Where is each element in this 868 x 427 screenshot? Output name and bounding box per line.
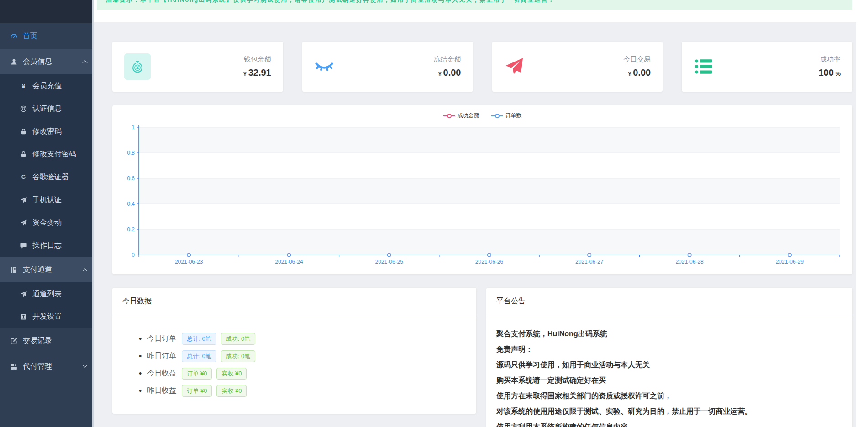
stat-card-title: 今日交易: [623, 55, 651, 64]
status-badge: 成功: 0笔: [221, 333, 255, 345]
sidebar-item-label: 会员信息: [23, 57, 52, 67]
svg-text:2021-06-27: 2021-06-27: [575, 259, 604, 265]
sidebar-item-dev-settings[interactable]: 开发设置: [0, 305, 94, 328]
sidebar-item-label: 交易记录: [23, 336, 52, 346]
svg-text:2021-06-29: 2021-06-29: [776, 259, 804, 265]
sidebar-item-google-authenticator[interactable]: G谷歌验证器: [0, 166, 94, 188]
sidebar-item-label: 首页: [23, 31, 37, 41]
today-data-row: •今日订单总计: 0笔成功: 0笔: [139, 333, 476, 345]
stat-card-value: 100 %: [818, 68, 841, 78]
legend-marker-icon: [443, 114, 455, 118]
sidebar-item-home[interactable]: 首页: [0, 23, 94, 49]
sidebar-item-member-info[interactable]: 会员信息: [0, 49, 94, 74]
lock-icon: [18, 151, 28, 158]
sidebar-item-label: 支付通道: [23, 265, 52, 275]
legend-marker-icon: [491, 114, 503, 118]
sidebar-item-change-password[interactable]: 修改密码: [0, 120, 94, 143]
today-row-label: 今日订单: [147, 334, 176, 344]
svg-text:0.2: 0.2: [127, 226, 135, 233]
today-data-row: •今日收益订单 ¥0实收 ¥0: [139, 367, 476, 380]
status-badge: 订单 ¥0: [182, 385, 212, 397]
notice-banner: 温馨提示：本平台【HuiNong出码系统】仅供学习测试使用，请各位用户测试确定好…: [97, 0, 852, 10]
stat-card-today-transactions: 今日交易¥ 0.00: [492, 42, 663, 92]
chevron-up-icon: [82, 268, 87, 273]
status-badge: 实收 ¥0: [216, 368, 247, 380]
svg-text:0: 0: [132, 252, 135, 258]
sidebar-item-label: 认证信息: [32, 104, 62, 114]
legend-item[interactable]: 订单数: [491, 112, 522, 120]
sidebar-item-transaction-records[interactable]: 交易记录: [0, 328, 94, 354]
svg-text:0.4: 0.4: [127, 201, 135, 207]
bullet-icon: •: [139, 352, 142, 360]
sidebar: 首页会员信息¥会员充值认证信息修改密码修改支付密码G谷歌验证器手机认证资金变动操…: [0, 0, 94, 427]
status-badge: 订单 ¥0: [182, 368, 212, 380]
stat-card-value: ¥ 0.00: [434, 68, 461, 78]
comment-icon: [18, 242, 28, 250]
sidebar-item-fund-changes[interactable]: 资金变动: [0, 211, 94, 234]
id-icon: [18, 105, 28, 113]
money-bag-icon: ¥: [124, 53, 151, 80]
status-badge: 总计: 0笔: [182, 333, 216, 345]
grid-icon: [9, 363, 19, 370]
send-icon: [18, 196, 28, 204]
bullet-icon: •: [139, 370, 142, 378]
svg-text:2021-06-23: 2021-06-23: [175, 259, 203, 265]
announcement-line: 聚合支付系统，HuiNong出码系统: [496, 326, 842, 342]
sidebar-item-operation-log[interactable]: 操作日志: [0, 234, 94, 257]
bullet-icon: •: [139, 387, 142, 395]
yen-icon: ¥: [18, 82, 28, 90]
chart-legend: 成功金额订单数: [112, 112, 852, 120]
send-icon: [18, 219, 28, 227]
status-badge: 成功: 0笔: [221, 350, 255, 362]
sidebar-item-label: 开发设置: [32, 312, 62, 322]
stat-card-wallet-balance: ¥钱包余额¥ 32.91: [112, 42, 283, 92]
sidebar-item-change-pay-password[interactable]: 修改支付密码: [0, 143, 94, 166]
chevron-down-icon: [82, 363, 87, 368]
content: ¥钱包余额¥ 32.91冻结金额¥ 0.00今日交易¥ 0.00成功率100 %…: [94, 22, 856, 427]
announcement-line: 对该系统的使用用途仅限于测试、实验、研究为目的，禁止用于一切商业运营。: [496, 404, 842, 419]
today-data-row: •昨日收益订单 ¥0实收 ¥0: [139, 385, 476, 397]
orders-chart-card: 成功金额订单数 00.20.40.60.812021-06-232021-06-…: [112, 105, 852, 274]
svg-text:1: 1: [132, 124, 135, 130]
sidebar-item-label: 资金变动: [32, 218, 62, 228]
lock-icon: [18, 128, 28, 135]
stat-card-text: 成功率100 %: [818, 55, 841, 78]
svg-text:0.6: 0.6: [127, 175, 135, 182]
stat-card-text: 钱包余额¥ 32.91: [243, 55, 271, 78]
app-root: 首页会员信息¥会员充值认证信息修改密码修改支付密码G谷歌验证器手机认证资金变动操…: [0, 0, 868, 427]
sidebar-item-channel-list[interactable]: 通道列表: [0, 282, 94, 305]
svg-text:2021-06-26: 2021-06-26: [475, 259, 504, 265]
sidebar-scrollbar[interactable]: [92, 0, 94, 427]
stat-card-text: 冻结金额¥ 0.00: [434, 55, 461, 78]
page-scroll-gutter[interactable]: [856, 0, 868, 427]
sidebar-item-payment-channel[interactable]: 支付通道: [0, 257, 94, 282]
sidebar-menu: 首页会员信息¥会员充值认证信息修改密码修改支付密码G谷歌验证器手机认证资金变动操…: [0, 23, 94, 379]
send-icon: [18, 290, 28, 298]
status-badge: 总计: 0笔: [182, 350, 216, 362]
announcement-title: 平台公告: [486, 288, 852, 315]
legend-item[interactable]: 成功金额: [443, 112, 479, 120]
announcement-line: 使用方在未取得国家相关部门的资质或授权许可之前，: [496, 388, 842, 404]
svg-text:¥: ¥: [21, 83, 25, 89]
announcement-line: 免责声明：: [496, 342, 842, 357]
announcement-line: 使用方利用本系统所构建的任何信息内容: [496, 419, 842, 427]
today-data-panel: 今日数据 •今日订单总计: 0笔成功: 0笔•昨日订单总计: 0笔成功: 0笔•…: [112, 288, 476, 414]
svg-text:¥: ¥: [136, 65, 139, 70]
edit-icon: [9, 337, 19, 345]
stat-card-title: 成功率: [818, 55, 841, 64]
main-area: 温馨提示：本平台【HuiNong出码系统】仅供学习测试使用，请各位用户测试确定好…: [94, 0, 856, 427]
announcement-line: 购买本系统请一定测试确定好在买: [496, 373, 842, 388]
user-icon: [9, 58, 19, 66]
sidebar-item-label: 操作日志: [32, 241, 62, 250]
sidebar-item-label: 手机认证: [32, 195, 62, 205]
stat-card-frozen-amount: 冻结金额¥ 0.00: [302, 42, 473, 92]
book-icon: [9, 266, 19, 274]
sidebar-item-auth-info[interactable]: 认证信息: [0, 97, 94, 120]
sidebar-item-payout-management[interactable]: 代付管理: [0, 354, 94, 379]
announcement-line: 源码只供学习使用，如用于商业活动与本人无关: [496, 357, 842, 373]
sidebar-item-label: 修改支付密码: [32, 150, 76, 159]
sidebar-item-phone-auth[interactable]: 手机认证: [0, 188, 94, 211]
announcement-panel: 平台公告 聚合支付系统，HuiNong出码系统免责声明：源码只供学习使用，如用于…: [486, 288, 852, 427]
sidebar-item-label: 通道列表: [32, 289, 62, 299]
sidebar-item-member-recharge[interactable]: ¥会员充值: [0, 74, 94, 97]
